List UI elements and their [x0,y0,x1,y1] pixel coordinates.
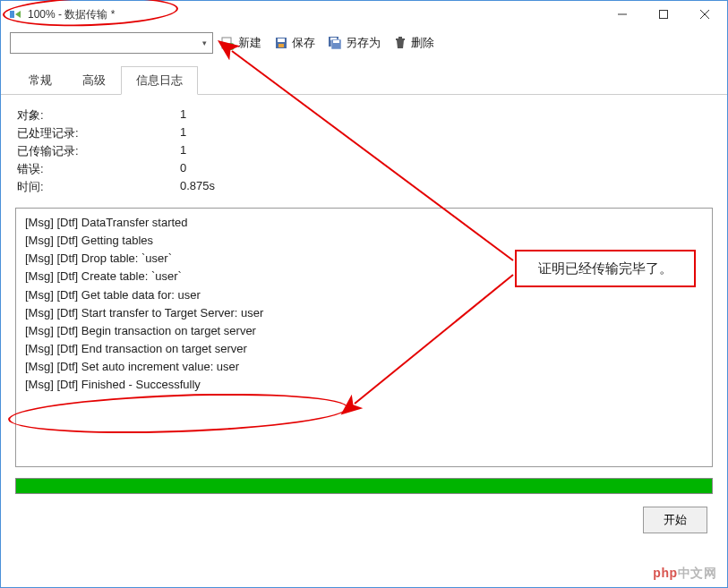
save-label: 保存 [292,35,315,51]
delete-label: 删除 [411,35,434,51]
watermark: php中文网 [653,566,716,582]
tab-general[interactable]: 常规 [13,66,67,95]
svg-rect-13 [333,40,339,43]
svg-rect-2 [660,11,668,19]
profile-dropdown[interactable]: ▾ [10,32,213,54]
delete-button[interactable]: 删除 [388,33,440,53]
stat-label: 已传输记录: [17,143,180,159]
log-line: [Msg] [Dtf] End transaction on target se… [25,340,703,358]
svg-rect-8 [278,38,285,42]
log-line: [Msg] [Dtf] Finished - Successfully [25,376,703,394]
annotation-callout: 证明已经传输完毕了。 [515,250,696,287]
minimize-button[interactable] [602,1,643,28]
titlebar: 100% - 数据传输 * [1,1,727,28]
stat-label: 时间: [17,179,180,195]
trash-icon [393,36,407,50]
log-textarea[interactable]: [Msg] [Dtf] DataTransfer started [Msg] [… [15,208,713,467]
svg-rect-9 [278,44,284,47]
button-row: 开始 [1,501,727,542]
maximize-button[interactable] [643,1,684,28]
watermark-suffix: 中文网 [678,566,717,580]
new-button[interactable]: 新建 [215,33,267,53]
svg-rect-0 [10,11,14,18]
stat-value: 1 [180,125,186,141]
stat-label: 错误: [17,161,180,177]
progress-bar [15,478,713,494]
chevron-down-icon: ▾ [196,38,212,47]
saveas-button[interactable]: 另存为 [322,33,386,53]
stat-processed: 已处理记录: 1 [17,125,711,141]
log-line: [Msg] [Dtf] DataTransfer started [25,214,703,232]
save-icon [274,36,288,50]
log-line: [Msg] [Dtf] Begin transaction on target … [25,322,703,340]
stat-label: 已处理记录: [17,125,180,141]
app-icon [8,7,22,21]
window-title: 100% - 数据传输 * [28,7,602,22]
new-label: 新建 [238,35,261,51]
log-line: [Msg] [Dtf] Getting tables [25,232,703,250]
app-window: 100% - 数据传输 * ▾ 新建 保存 另存为 删除 常规 [0,0,728,588]
window-controls [602,1,725,28]
stat-value: 1 [180,143,186,159]
stat-errors: 错误: 0 [17,161,711,177]
toolbar: ▾ 新建 保存 另存为 删除 [1,28,727,58]
stat-value: 0.875s [180,179,215,195]
tab-log[interactable]: 信息日志 [121,66,198,95]
svg-rect-14 [396,38,405,40]
log-line: [Msg] [Dtf] Start transfer to Target Ser… [25,304,703,322]
watermark-prefix: php [653,566,677,580]
log-line: [Msg] [Dtf] Set auto increment value: us… [25,358,703,376]
stats-panel: 对象: 1 已处理记录: 1 已传输记录: 1 错误: 0 时间: 0.875s [1,95,727,204]
close-button[interactable] [684,1,725,28]
stat-value: 0 [180,161,186,177]
start-button[interactable]: 开始 [643,507,707,533]
stat-label: 对象: [17,107,180,124]
save-button[interactable]: 保存 [269,33,321,53]
stat-time: 时间: 0.875s [17,179,711,195]
stat-value: 1 [180,107,186,124]
annotation-text: 证明已经传输完毕了。 [538,260,672,277]
saveas-label: 另存为 [346,35,381,51]
saveas-icon [328,36,342,50]
tab-bar: 常规 高级 信息日志 [1,65,727,95]
new-icon [220,36,235,50]
stat-transferred: 已传输记录: 1 [17,143,711,159]
log-line: [Msg] [Dtf] Get table data for: user [25,286,703,304]
tab-advanced[interactable]: 高级 [67,66,121,95]
svg-rect-15 [398,37,402,38]
stat-objects: 对象: 1 [17,107,711,124]
